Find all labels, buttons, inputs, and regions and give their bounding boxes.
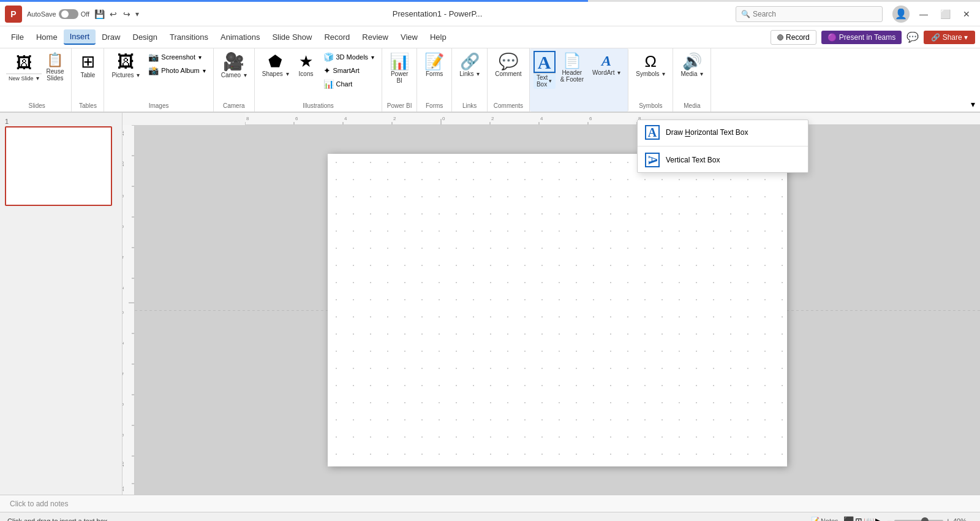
reuse-slides-button[interactable]: 📋 ReuseSlides bbox=[43, 51, 68, 84]
slide-canvas[interactable] bbox=[328, 154, 787, 466]
ribbon-media-items: 🔊 Media ▾ bbox=[677, 51, 707, 100]
header-footer-label: Header& Footer bbox=[560, 69, 584, 83]
undo-button[interactable]: ↩ bbox=[107, 8, 119, 20]
chart-button[interactable]: 📊 Chart bbox=[320, 78, 379, 90]
notes-button[interactable]: 📝 Notes bbox=[811, 517, 839, 521]
comments-group-label: Comments bbox=[494, 100, 523, 109]
restore-button[interactable]: ⬜ bbox=[935, 8, 956, 20]
icons-button[interactable]: ★ Icons bbox=[294, 51, 318, 80]
menu-draw[interactable]: Draw bbox=[96, 30, 126, 44]
symbols-group-label: Symbols bbox=[639, 100, 662, 109]
symbols-button[interactable]: Ω Symbols ▾ bbox=[632, 51, 669, 80]
ribbon-collapse-button[interactable]: ▾ bbox=[971, 99, 975, 109]
comments-button[interactable]: 💬 bbox=[907, 31, 919, 43]
close-button[interactable]: ✕ bbox=[958, 8, 975, 20]
menu-bar: File Home Insert Draw Design Transitions… bbox=[0, 26, 980, 48]
ribbon-group-illustrations: ⬟ Shapes ▾ ★ Icons 🧊 3D Models ▾ ✦ Smart… bbox=[255, 48, 382, 112]
svg-rect-19 bbox=[123, 125, 135, 493]
icons-icon: ★ bbox=[299, 53, 313, 69]
menu-file[interactable]: File bbox=[5, 30, 30, 44]
menu-help[interactable]: Help bbox=[424, 30, 453, 44]
reuse-slides-label: ReuseSlides bbox=[47, 68, 64, 82]
cameo-label: Cameo ▾ bbox=[221, 72, 247, 78]
menu-record[interactable]: Record bbox=[318, 30, 356, 44]
illustrations-col: 🧊 3D Models ▾ ✦ SmartArt 📊 Chart bbox=[320, 51, 379, 90]
slides-group-label: Slides bbox=[29, 100, 45, 109]
present-teams-button[interactable]: 🟣 Present in Teams bbox=[821, 31, 902, 44]
textbox-button[interactable]: A TextBox ▾ bbox=[533, 51, 556, 89]
vertical-ruler: 12 10 8 6 4 2 0 2 bbox=[123, 125, 135, 495]
menu-slideshow[interactable]: Slide Show bbox=[266, 30, 318, 44]
share-label: Share bbox=[943, 33, 962, 42]
menu-right-area: Record 🟣 Present in Teams 💬 🔗 Share ▾ bbox=[771, 30, 975, 45]
images-group-label: Images bbox=[149, 100, 169, 109]
wordart-icon: A bbox=[601, 53, 611, 68]
horizontal-textbox-icon: A bbox=[645, 125, 660, 140]
record-button[interactable]: Record bbox=[771, 30, 816, 45]
header-footer-button[interactable]: 📄 Header& Footer bbox=[557, 51, 587, 85]
3d-models-button[interactable]: 🧊 3D Models ▾ bbox=[320, 51, 379, 63]
menu-insert[interactable]: Insert bbox=[64, 29, 96, 45]
menu-home[interactable]: Home bbox=[30, 30, 64, 44]
table-button[interactable]: ⊞ Table bbox=[75, 51, 100, 81]
notes-bar[interactable]: Click to add notes bbox=[0, 495, 980, 512]
smartart-button[interactable]: ✦ SmartArt bbox=[320, 64, 379, 77]
ribbon-tables-items: ⊞ Table bbox=[75, 51, 100, 100]
share-button[interactable]: 🔗 Share ▾ bbox=[924, 31, 975, 44]
app-logo: P bbox=[5, 6, 22, 23]
vertical-textbox-item[interactable]: A Vertical Text Box bbox=[638, 148, 808, 172]
pictures-button[interactable]: 🖼 Pictures ▾ bbox=[108, 51, 143, 81]
redo-button[interactable]: ↪ bbox=[121, 8, 133, 20]
menu-view[interactable]: View bbox=[394, 30, 424, 44]
new-slide-button[interactable]: 🖼 New Slide ▾ bbox=[6, 51, 42, 83]
menu-transitions[interactable]: Transitions bbox=[164, 30, 214, 44]
slide-canvas-area[interactable] bbox=[135, 125, 980, 495]
photo-album-icon: 📸 bbox=[148, 66, 159, 75]
menu-design[interactable]: Design bbox=[127, 30, 164, 44]
search-input[interactable] bbox=[753, 10, 877, 18]
pictures-label: Pictures ▾ bbox=[111, 72, 140, 78]
photo-album-button[interactable]: 📸 Photo Album ▾ bbox=[145, 64, 209, 77]
title-bar: P AutoSave Off 💾 ↩ ↪ ▾ Presentation1 - P… bbox=[0, 2, 980, 26]
menu-review[interactable]: Review bbox=[356, 30, 394, 44]
user-avatar[interactable]: 👤 bbox=[892, 6, 910, 23]
ribbon-group-links: 🔗 Links ▾ Links bbox=[452, 48, 488, 112]
comment-button[interactable]: 💬 Comment bbox=[491, 51, 525, 80]
autosave-toggle[interactable] bbox=[59, 9, 78, 19]
svg-rect-0 bbox=[245, 113, 980, 125]
present-teams-label: Present in Teams bbox=[839, 33, 896, 42]
cameo-button[interactable]: 🎥 Cameo ▾ bbox=[217, 51, 251, 81]
slide-1-thumbnail[interactable] bbox=[5, 126, 112, 206]
links-button[interactable]: 🔗 Links ▾ bbox=[456, 51, 483, 80]
zoom-thumb[interactable] bbox=[921, 517, 929, 522]
slide-sorter-button[interactable]: ⊞ bbox=[855, 516, 862, 522]
powerbi-button[interactable]: 📊 PowerBI bbox=[386, 51, 413, 86]
zoom-in-button[interactable]: + bbox=[946, 516, 951, 522]
draw-horizontal-textbox-item[interactable]: A Draw Horizontal Text Box bbox=[638, 120, 808, 145]
ribbon-powerbi-items: 📊 PowerBI bbox=[386, 51, 413, 100]
screenshot-photoalbum-group: 📷 Screenshot ▾ 📸 Photo Album ▾ bbox=[145, 51, 209, 77]
minimize-button[interactable]: — bbox=[914, 8, 933, 20]
reading-view-button[interactable]: 📖 bbox=[864, 516, 874, 522]
presenter-view-button[interactable]: ▶ bbox=[875, 516, 882, 522]
camera-group-label: Camera bbox=[223, 100, 245, 109]
svg-text:4: 4 bbox=[344, 116, 347, 121]
dropdown-separator bbox=[638, 146, 808, 146]
notes-icon: 📝 bbox=[811, 517, 820, 521]
menu-animations[interactable]: Animations bbox=[214, 30, 266, 44]
normal-view-button[interactable]: ⬛ bbox=[843, 516, 854, 522]
wordart-button[interactable]: A WordArt ▾ bbox=[589, 51, 624, 78]
save-button[interactable]: 💾 bbox=[94, 9, 105, 19]
zoom-out-button[interactable]: − bbox=[887, 516, 892, 522]
screenshot-button[interactable]: 📷 Screenshot ▾ bbox=[145, 51, 209, 63]
links-label: Links ▾ bbox=[459, 70, 480, 77]
media-button[interactable]: 🔊 Media ▾ bbox=[677, 51, 707, 80]
svg-text:8: 8 bbox=[246, 116, 249, 121]
media-icon: 🔊 bbox=[682, 53, 702, 69]
forms-button[interactable]: 📝 Forms bbox=[421, 51, 448, 80]
svg-text:0: 0 bbox=[442, 116, 445, 121]
ribbon-group-text: A TextBox ▾ 📄 Header& Footer A WordArt ▾ bbox=[530, 48, 629, 112]
textbox-dropdown: A Draw Horizontal Text Box A Vertical Te… bbox=[637, 120, 809, 173]
record-label: Record bbox=[786, 33, 810, 42]
shapes-button[interactable]: ⬟ Shapes ▾ bbox=[258, 51, 293, 80]
